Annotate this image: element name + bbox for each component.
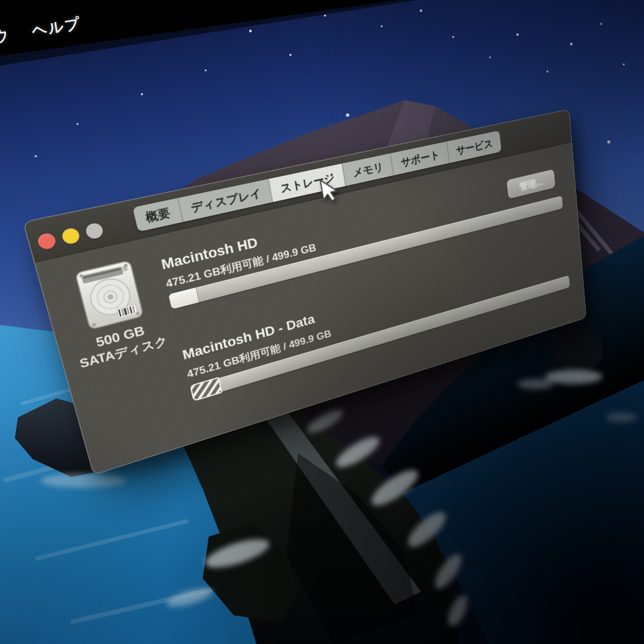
manage-button[interactable]: 管理... bbox=[506, 169, 555, 199]
tab-overview[interactable]: 概要 bbox=[132, 198, 183, 232]
menu-item-partial[interactable]: ウ bbox=[0, 24, 11, 47]
minimize-button[interactable] bbox=[61, 227, 81, 246]
close-button[interactable] bbox=[36, 232, 57, 250]
used-segment-hatched bbox=[190, 377, 222, 401]
screen-photo: ウ ヘルプ 概要 ディスプレイ ストレージ メモリ サポート サービス 管理..… bbox=[0, 0, 644, 644]
hard-drive-icon bbox=[73, 258, 145, 332]
foam-outcrop bbox=[41, 473, 126, 488]
tab-service[interactable]: サービス bbox=[446, 131, 501, 163]
tab-memory[interactable]: メモリ bbox=[342, 153, 394, 186]
used-segment bbox=[169, 287, 200, 309]
zoom-button[interactable] bbox=[85, 222, 104, 240]
tab-support[interactable]: サポート bbox=[391, 141, 449, 175]
